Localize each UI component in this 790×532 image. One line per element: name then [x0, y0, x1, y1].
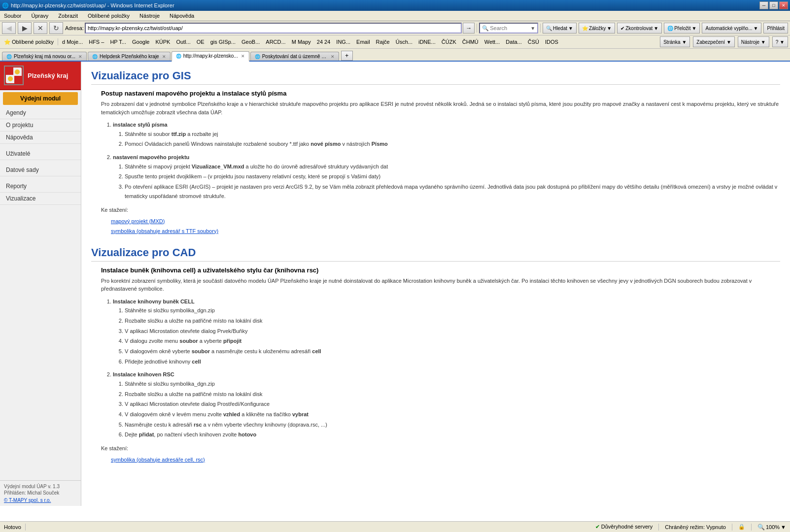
section2-title: Vizualizace pro CAD [91, 246, 780, 262]
fav-2424[interactable]: 24 24 [315, 38, 333, 45]
fav-oe[interactable]: OE [195, 38, 206, 45]
fav-google[interactable]: Google [130, 38, 151, 45]
fav-geob[interactable]: GeoB... [240, 38, 262, 45]
menu-napoveda[interactable]: Nápověda [168, 12, 196, 20]
menu-oblibene[interactable]: Oblíbené položky [86, 12, 132, 20]
zalozky-button[interactable]: ⭐ Záložky ▼ [579, 23, 615, 33]
title-bar-icon: 🌐 [2, 2, 9, 9]
fav-ing[interactable]: ING... [334, 38, 352, 45]
main-layout: Plzeňský kraj Výdejní modul Agendy O pro… [0, 62, 790, 506]
security-button[interactable]: Zabezpečení ▼ [693, 36, 735, 47]
menu-zobrazit[interactable]: Zobrazit [56, 12, 80, 20]
help-button[interactable]: ? ▼ [772, 36, 788, 47]
fav-usch[interactable]: Úsch... [394, 38, 414, 45]
tab-1[interactable]: 🌐 Helpdesk Plzeňského kraje ✕ [88, 52, 171, 61]
svg-point-4 [15, 69, 20, 74]
tab-0[interactable]: 🌐 Plzeňský kraj má novou or... ✕ [2, 52, 87, 61]
tab-3[interactable]: 🌐 Poskytování dat ú územně a... ✕ [250, 52, 339, 61]
tab-3-icon: 🌐 [255, 54, 260, 59]
hledat-button[interactable]: 🔍 Hledat ▼ [543, 23, 577, 33]
fav-mapy[interactable]: M Mapy [290, 38, 313, 45]
menu-nastroje[interactable]: Nástroje [137, 12, 162, 20]
title-bar-text: http://mapy.kr-plzensky.cz/twist/ost/uap… [11, 2, 759, 8]
sidebar-active-item[interactable]: Výdejní modul [3, 92, 78, 105]
sidebar-item-reporty[interactable]: Reporty [0, 180, 81, 193]
fav-rajce[interactable]: Rajče [374, 38, 392, 45]
link-symbolika-ttf[interactable]: symbolika (obsahuje adresář s TTF soubor… [111, 228, 218, 234]
menu-bar: Soubor Úpravy Zobrazit Oblíbené položky … [0, 11, 790, 21]
prelozit-button[interactable]: 🌐 Přeložit ▼ [664, 23, 700, 33]
fav-idos[interactable]: IDOS [543, 38, 560, 45]
svg-rect-2 [6, 67, 13, 75]
menu-soubor[interactable]: Soubor [2, 12, 23, 20]
new-tab-button[interactable]: + [341, 51, 353, 61]
close-button[interactable]: ✕ [779, 1, 788, 9]
step4-sub2: Rozbalte složku a uložte na patřičné mís… [125, 390, 780, 399]
ke-stazeni-2: Ke stažení: symbolika (obsahuje adresáře… [101, 445, 780, 463]
fav-wett[interactable]: Wett... [482, 38, 502, 45]
star-icon: ⭐ [4, 39, 11, 45]
sidebar-item-vizualizace[interactable]: Vizualizace [0, 193, 81, 205]
live-search-container: 🔍 ▼ [479, 23, 538, 33]
title-bar-buttons: ─ □ ✕ [759, 1, 788, 9]
step3-item: Instalace knihovny buněk CELL Stáhněte s… [113, 297, 780, 366]
tab-3-close[interactable]: ✕ [331, 54, 335, 59]
tab-2-icon: 🌐 [176, 54, 181, 59]
prihlasit-button[interactable]: Přihlásit [763, 23, 788, 33]
forward-button[interactable]: ▶ [18, 22, 32, 34]
section2: Vizualizace pro CAD Instalace buněk (kni… [91, 246, 780, 464]
refresh-button[interactable]: ↻ [49, 22, 63, 34]
tab-2-close[interactable]: ✕ [241, 54, 245, 59]
link-symbolika-cell[interactable]: symbolika (obsahuje adresáře cell, rsc) [111, 457, 205, 463]
auto-fill-button[interactable]: Automatické vyplňo... ▼ [702, 23, 761, 33]
maximize-button[interactable]: □ [769, 1, 778, 9]
back-button[interactable]: ◀ [2, 22, 16, 34]
fav-arcd[interactable]: ARCD... [264, 38, 287, 45]
tools-button[interactable]: Nástroje ▼ [738, 36, 769, 47]
fav-gis[interactable]: gis GISp... [208, 38, 238, 45]
menu-upravy[interactable]: Úpravy [29, 12, 50, 20]
step1-sub1: Stáhněte si soubor ttf.zip a rozbalte je… [125, 130, 780, 139]
stop-button[interactable]: ✕ [34, 22, 47, 34]
tab-0-close[interactable]: ✕ [78, 54, 82, 59]
tab-1-icon: 🌐 [92, 54, 98, 59]
address-bar[interactable]: http://mapy.kr-plzensky.cz/twist/ost/uap… [85, 23, 462, 33]
fav-email[interactable]: Email [354, 38, 372, 45]
step2-sublist: Stáhněte si mapový projekt Vizualizace_V… [125, 162, 780, 201]
go-button[interactable]: → [463, 23, 475, 33]
tab-2[interactable]: 🌐 http://mapy.kr-plzensko... ✕ [172, 51, 249, 62]
tab-1-close[interactable]: ✕ [162, 54, 166, 59]
sidebar-nav: Výdejní modul Agendy O projektu Nápověda… [0, 90, 81, 480]
step4-sublist: Stáhněte si složku symbolika_dgn.zip Roz… [125, 379, 780, 439]
fav-cuzk[interactable]: ČÚZK [440, 38, 458, 45]
section1-subtitle: Postup nastavení mapového projektu a ins… [101, 90, 780, 97]
search-dropdown-icon[interactable]: ▼ [530, 26, 535, 31]
link-mxd[interactable]: mapový projekt (MXD) [111, 218, 165, 224]
fav-hp[interactable]: HP T... [108, 38, 128, 45]
fav-csu[interactable]: ČSÚ [526, 38, 541, 45]
sidebar-item-agendy[interactable]: Agendy [0, 107, 81, 119]
fav-outl[interactable]: Outl... [174, 38, 192, 45]
fav-idne[interactable]: iDNE... [416, 38, 438, 45]
fav-kupk[interactable]: KÚPK [153, 38, 172, 45]
step3-title: Instalace knihovny buněk CELL [113, 299, 195, 304]
sidebar-item-datove-sady[interactable]: Datové sady [0, 164, 81, 176]
step3-sub5: V dialogovém okně vyberte soubor a nasmě… [125, 347, 780, 356]
section1-content: Postup nastavení mapového projektu a ins… [101, 90, 780, 234]
page-button[interactable]: Stránka ▼ [660, 36, 690, 47]
sidebar-item-o-projektu[interactable]: O projektu [0, 119, 81, 132]
fav-hfs[interactable]: HFS – [87, 38, 106, 45]
search-input[interactable] [490, 25, 529, 31]
tmapy-link[interactable]: © T-MAPY spol. s r.o. [4, 498, 51, 503]
fav-d-moje[interactable]: d Moje... [60, 38, 85, 45]
zkontrolovat-button[interactable]: ✔ Zkontrolovat ▼ [617, 23, 662, 33]
fav-data[interactable]: Data... [504, 38, 523, 45]
favorites-bar: ⭐ Oblíbené položky d Moje... HFS – HP T.… [0, 35, 790, 49]
sidebar-item-uzivatele[interactable]: Uživatelé [0, 148, 81, 160]
sidebar-item-napoveda[interactable]: Nápověda [0, 132, 81, 144]
fav-chmu[interactable]: ČHMÚ [460, 38, 481, 45]
fav-oblibene[interactable]: ⭐ Oblíbené položky [2, 38, 56, 46]
sidebar-logo: Plzeňský kraj [0, 62, 81, 90]
minimize-button[interactable]: ─ [759, 1, 768, 9]
step3-container: Instalace knihovny buněk CELL Stáhněte s… [113, 297, 780, 440]
